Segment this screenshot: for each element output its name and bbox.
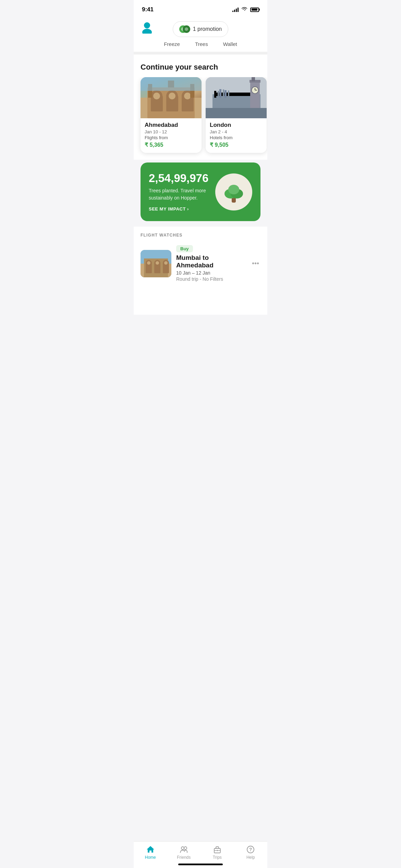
card-dates-london: Jan 2 - 4: [210, 129, 263, 134]
card-body-london: London Jan 2 - 4 Hotels from ₹ 9,505: [206, 118, 267, 153]
svg-rect-22: [252, 77, 255, 81]
card-dates: Jan 10 - 12: [145, 129, 197, 134]
svg-rect-32: [206, 108, 267, 118]
card-image-ahmedabad: [141, 77, 202, 118]
svg-rect-16: [141, 77, 202, 91]
svg-point-67: [156, 261, 159, 265]
svg-point-6: [153, 93, 160, 99]
continue-search-section: Continue your search: [134, 55, 267, 160]
search-cards-container[interactable]: Ahmedabad Jan 10 - 12 Flights from ₹ 5,3…: [134, 77, 267, 160]
header: 1 promotion Freeze Trees Wallet: [134, 17, 267, 52]
flight-watches-header: FLIGHT WATCHES: [134, 227, 267, 241]
card-price: ₹ 5,365: [145, 142, 197, 148]
svg-rect-31: [228, 91, 229, 98]
header-divider: [134, 52, 267, 55]
signal-icon: [232, 7, 239, 12]
svg-point-1: [142, 29, 152, 34]
continue-search-title: Continue your search: [134, 63, 267, 77]
svg-rect-29: [218, 91, 219, 98]
banner-subtitle: Trees planted. Travel moresustainably on…: [149, 187, 208, 202]
banner-content: 2,54,99,976 Trees planted. Travel moresu…: [149, 172, 208, 212]
svg-rect-26: [214, 91, 216, 98]
banner-count: 2,54,99,976: [149, 172, 208, 184]
tab-trees[interactable]: Trees: [195, 41, 208, 47]
tree-icon: [222, 180, 246, 204]
card-city-london: London: [210, 122, 263, 129]
watch-info: Buy Mumbai to Ahmedabad 10 Jan – 12 Jan …: [176, 245, 246, 282]
watch-dates: 10 Jan – 12 Jan: [176, 270, 246, 276]
svg-point-64: [147, 261, 150, 265]
flight-watch-item[interactable]: Buy Mumbai to Ahmedabad 10 Jan – 12 Jan …: [134, 241, 267, 287]
watch-more-button[interactable]: •••: [251, 258, 260, 269]
bottom-section-divider: [134, 287, 267, 315]
tab-wallet[interactable]: Wallet: [223, 41, 237, 47]
svg-point-58: [228, 185, 239, 194]
banner-cta[interactable]: SEE MY IMPACT ›: [149, 206, 208, 212]
green-impact-banner[interactable]: 2,54,99,976 Trees planted. Travel moresu…: [141, 162, 260, 221]
header-nav-tabs: Freeze Trees Wallet: [164, 41, 237, 47]
watch-buy-badge: Buy: [176, 245, 193, 252]
status-time: 9:41: [142, 6, 154, 13]
svg-point-12: [184, 93, 191, 99]
svg-rect-27: [219, 89, 221, 98]
battery-icon: [250, 8, 259, 12]
search-card-london[interactable]: London Jan 2 - 4 Hotels from ₹ 9,505: [206, 77, 267, 153]
tab-freeze[interactable]: Freeze: [164, 41, 180, 47]
svg-rect-28: [224, 90, 227, 98]
watch-route: Mumbai to Ahmedabad: [176, 254, 246, 269]
watch-thumbnail: [141, 250, 171, 277]
search-card-ahmedabad[interactable]: Ahmedabad Jan 10 - 12 Flights from ₹ 5,3…: [141, 77, 202, 153]
card-from-label: Flights from: [145, 135, 197, 140]
profile-avatar[interactable]: [141, 21, 154, 35]
hopper-logo: [179, 24, 190, 34]
status-icons: [232, 7, 259, 13]
card-from-london: Hotels from: [210, 135, 263, 140]
svg-rect-30: [223, 89, 224, 98]
ahmedabad-building-svg: [141, 77, 202, 118]
svg-point-0: [144, 22, 150, 28]
promotion-pill[interactable]: 1 promotion: [173, 21, 229, 37]
card-city: Ahmedabad: [145, 122, 197, 129]
tree-icon-circle: [215, 173, 252, 210]
status-bar: 9:41: [134, 0, 267, 17]
promotion-text: 1 promotion: [193, 26, 222, 32]
card-body-ahmedabad: Ahmedabad Jan 10 - 12 Flights from ₹ 5,3…: [141, 118, 202, 153]
watch-trip-type: Round trip - No Filters: [176, 276, 246, 282]
wifi-icon: [241, 7, 247, 13]
london-building-svg: [206, 77, 267, 118]
svg-point-9: [169, 93, 175, 99]
card-price-london: ₹ 9,505: [210, 142, 263, 148]
svg-point-70: [164, 261, 168, 265]
card-image-london: [206, 77, 267, 118]
flight-watches-section: FLIGHT WATCHES Buy Mumbai to Ahme: [134, 227, 267, 287]
